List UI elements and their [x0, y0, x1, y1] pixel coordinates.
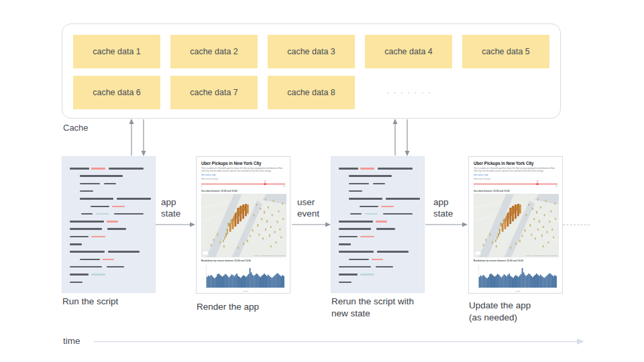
cache-data-box: cache data 5 [462, 35, 549, 68]
code-line-segment [108, 251, 140, 253]
code-line-segment [349, 198, 382, 200]
code-line-segment [70, 221, 104, 223]
code-line-segment [373, 183, 385, 185]
code-line-segment [372, 259, 383, 261]
flow-arrow-3 [425, 221, 468, 228]
code-line-segment [339, 243, 351, 245]
code-line-segment [339, 251, 374, 253]
cache-data-box: cache data 6 [73, 76, 160, 109]
code-line-segment [376, 266, 393, 268]
code-line-segment [339, 274, 358, 276]
app-panel: Uber Pickups in New York City This is a … [468, 156, 563, 294]
code-line-segment [70, 251, 105, 253]
step-label-run: Run the script [62, 296, 118, 308]
code-line-segment [70, 274, 89, 276]
app-panel: Uber Pickups in New York City This is a … [196, 156, 290, 294]
time-axis-label: time [63, 336, 80, 346]
cache-ellipsis: ······· [365, 76, 452, 109]
code-line-segment [376, 221, 387, 223]
cache-exchange-arrows-left [126, 119, 150, 156]
code-line-segment [107, 266, 124, 268]
code-line-segment [103, 259, 114, 261]
histogram-x-label: minute [515, 290, 521, 292]
app-geo-caption: Geo data between 12:00 and 13:00 [201, 190, 285, 192]
code-line-segment [350, 213, 362, 215]
code-line-segment [80, 183, 100, 185]
cache-data-box: cache data 8 [268, 76, 355, 109]
code-line-segment [339, 282, 352, 284]
code-line-segment [360, 206, 378, 208]
code-line-segment [96, 213, 109, 215]
code-line-segment [91, 274, 105, 276]
app-description: This is a demo of a Streamlit app that s… [474, 167, 557, 172]
app-breakdown-caption: Breakdown by minute between 12:00 and 13… [474, 259, 557, 262]
app-slider-track [201, 184, 285, 184]
app-slider-range: 0 23 [474, 186, 557, 188]
code-line-segment [112, 206, 125, 208]
code-line-segment [386, 198, 420, 200]
app-breakdown-caption: Breakdown by minute between 12:00 and 13… [201, 259, 285, 262]
cache-data-box: cache data 3 [268, 35, 355, 68]
app-slider-min: 0 [474, 186, 474, 188]
code-line-segment [365, 213, 378, 215]
app-slider-handle [536, 183, 539, 186]
code-line-segment [360, 274, 374, 276]
code-line-segment [339, 228, 371, 230]
cache-label: Cache [63, 123, 89, 133]
app-slider: 12 [201, 181, 285, 186]
code-line-segment [383, 213, 413, 215]
cache-data-box: cache data 7 [170, 76, 258, 109]
code-line-segment [339, 221, 373, 223]
step-label-rerun: Rerun the script with new state [331, 296, 414, 320]
code-line-segment [114, 213, 144, 215]
code-line-segment [70, 282, 83, 284]
code-line-segment [80, 198, 113, 200]
code-line-segment [104, 183, 116, 185]
flow-arrow-2 [292, 221, 331, 228]
app-slider-max: 23 [555, 186, 557, 188]
code-line-segment [339, 168, 358, 170]
flow-arrow-1 [156, 221, 196, 228]
code-line-segment [81, 213, 93, 215]
app-slider-label: Select hour of pickup [201, 178, 285, 180]
code-panel [62, 156, 156, 293]
flow-label-app-state-1: app state [161, 196, 180, 219]
cache-grid: cache data 1cache data 2cache data 3cach… [62, 24, 560, 109]
app-slider-track [474, 184, 557, 184]
cache-data-box: cache data 1 [73, 35, 160, 68]
app-geo-caption: Geo data between 12:00 and 13:00 [474, 190, 557, 192]
code-line-segment [91, 206, 109, 208]
app-slider-handle [264, 183, 266, 186]
map-attribution: © Mapbox © OpenStreetMap Improve this ma… [253, 254, 286, 255]
code-line-segment [70, 243, 82, 245]
code-line-segment [378, 168, 413, 170]
code-line-segment [80, 259, 100, 261]
map-attribution: © Mapbox © OpenStreetMap Improve this ma… [525, 254, 558, 255]
cache-exchange-arrows-right [390, 119, 414, 156]
code-line-segment [105, 175, 123, 177]
code-line-segment [377, 251, 409, 253]
histogram-x-label: minute [243, 290, 248, 292]
app-histogram: minute [201, 263, 286, 293]
app-slider-max: 23 [283, 186, 285, 188]
code-line-segment [70, 236, 89, 238]
code-panel [331, 156, 425, 293]
code-line-segment [70, 168, 89, 170]
code-line-segment [360, 168, 374, 170]
cache-container: cache data 1cache data 2cache data 3cach… [62, 23, 561, 119]
cache-data-box: cache data 4 [365, 35, 452, 68]
code-line-segment [360, 236, 374, 238]
code-line-segment [91, 168, 105, 170]
code-line-segment [374, 175, 392, 177]
code-line-segment [91, 236, 105, 238]
app-source-link: See source code [201, 174, 285, 176]
code-line-segment [80, 190, 93, 192]
app-title: Uber Pickups in New York City [201, 161, 285, 166]
code-line-segment [376, 228, 395, 230]
architecture-diagram: cache data 1cache data 2cache data 3cach… [0, 0, 644, 362]
app-slider: 12 [474, 181, 557, 186]
time-axis-arrow [94, 337, 585, 346]
code-line-segment [349, 190, 362, 192]
app-map: © Mapbox © OpenStreetMap Improve this ma… [201, 194, 286, 257]
code-line-segment [107, 228, 126, 230]
